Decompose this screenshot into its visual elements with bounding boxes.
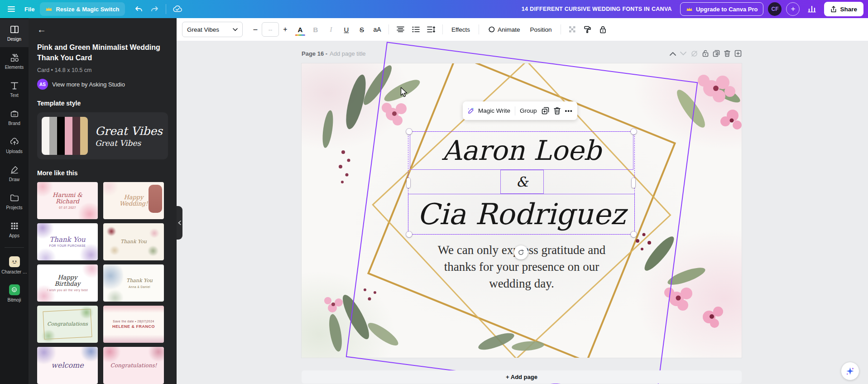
file-menu[interactable]: File bbox=[19, 6, 40, 13]
sidebar-label: Projects bbox=[6, 205, 22, 210]
palette-swatch bbox=[42, 117, 49, 155]
template-thumbnail[interactable]: Happy Birthday I wish you all the very b… bbox=[37, 264, 98, 302]
main-menu-button[interactable] bbox=[4, 1, 19, 17]
magic-write-button[interactable]: Magic Write bbox=[467, 107, 510, 115]
template-thumbnail[interactable]: Happy Wedding! bbox=[103, 182, 164, 219]
group-button[interactable]: Group bbox=[520, 107, 537, 114]
thumb-subtext: FOR YOUR PURCHASE bbox=[49, 244, 86, 247]
template-thumbnail[interactable]: Congratulations bbox=[37, 306, 98, 343]
canva-app: File Resize & Magic Switch 14 DIFFERENT … bbox=[0, 0, 868, 384]
template-style-card[interactable]: Great Vibes Great Vibes bbox=[37, 112, 168, 159]
move-page-down-icon[interactable] bbox=[680, 52, 686, 56]
undo-button[interactable] bbox=[131, 1, 147, 17]
palette-swatch bbox=[49, 117, 57, 155]
position-button[interactable]: Position bbox=[526, 22, 556, 37]
move-page-up-icon[interactable] bbox=[670, 52, 676, 56]
italic-button[interactable]: I bbox=[324, 22, 338, 37]
list-button[interactable] bbox=[409, 22, 422, 37]
template-thumbnail[interactable]: Harumi & Richard 07.07.2027 bbox=[37, 182, 98, 219]
thumb-text: Thank You bbox=[126, 278, 153, 284]
more-options-button[interactable]: ••• bbox=[565, 107, 573, 114]
sparkle-icon bbox=[845, 366, 855, 376]
font-size-value[interactable]: -- bbox=[262, 22, 279, 37]
resize-handle-bottom-right[interactable] bbox=[631, 231, 637, 237]
topbar-divider bbox=[166, 4, 166, 14]
underline-button[interactable]: U bbox=[340, 22, 353, 37]
user-avatar[interactable]: CF bbox=[768, 2, 782, 16]
back-button[interactable]: ← bbox=[37, 24, 46, 35]
animate-button[interactable]: Animate bbox=[484, 22, 524, 37]
spacing-button[interactable] bbox=[424, 22, 438, 37]
template-thumbnail[interactable]: Save the date • 28|07|2024 HELENE & FRAN… bbox=[103, 306, 164, 343]
author-row[interactable]: AS View more by Asking Studio bbox=[37, 79, 168, 90]
rotate-handle[interactable] bbox=[514, 245, 528, 259]
duplicate-page-icon[interactable] bbox=[713, 50, 720, 57]
canva-assistant-button[interactable] bbox=[841, 362, 859, 380]
template-thumbnail[interactable]: Congratulations! bbox=[103, 347, 164, 384]
template-thumbnail[interactable]: Thank You bbox=[103, 223, 164, 260]
add-member-button[interactable]: + bbox=[786, 2, 800, 16]
resize-handle-left[interactable] bbox=[407, 178, 410, 188]
transparency-button[interactable] bbox=[566, 22, 579, 37]
sidebar-item-text[interactable]: Text bbox=[0, 75, 29, 103]
selection-group-outline bbox=[408, 131, 635, 235]
document-title[interactable]: 14 DIFFERENT CURSIVE WEDDING FONTS IN CA… bbox=[522, 6, 672, 12]
share-button[interactable]: Share bbox=[824, 2, 863, 16]
lock-button[interactable] bbox=[596, 22, 610, 37]
sidebar-item-apps[interactable]: Apps bbox=[0, 216, 29, 244]
chevron-left-icon bbox=[178, 221, 181, 225]
thumb-text: HELENE & FRANCO bbox=[112, 324, 155, 329]
effects-button[interactable]: Effects bbox=[447, 22, 474, 37]
context-toolbar: Magic Write Group ••• bbox=[463, 101, 577, 120]
floral-top-left bbox=[321, 63, 422, 183]
thumb-text: Birthday bbox=[55, 281, 81, 287]
resize-handle-right[interactable] bbox=[632, 178, 635, 188]
bold-button[interactable]: B bbox=[309, 22, 322, 37]
delete-button[interactable] bbox=[554, 107, 561, 115]
template-thumbnail[interactable]: Thank You Anna & Daniel bbox=[103, 264, 164, 302]
template-thumbnail[interactable]: Thank You FOR YOUR PURCHASE bbox=[37, 223, 98, 260]
resize-handle-top-left[interactable] bbox=[406, 129, 412, 134]
font-size-increase-button[interactable]: + bbox=[279, 22, 292, 37]
hide-page-icon[interactable] bbox=[691, 50, 698, 57]
panel-collapse-toggle[interactable] bbox=[177, 206, 182, 240]
thumb-subtext: Anna & Daniel bbox=[129, 285, 150, 288]
template-thumbnail[interactable]: welcome bbox=[37, 347, 98, 384]
message-line: thanks for your presence on our bbox=[422, 259, 621, 275]
sidebar-item-uploads[interactable]: Uploads bbox=[0, 131, 29, 159]
author-link[interactable]: View more by Asking Studio bbox=[52, 81, 125, 88]
copy-style-button[interactable] bbox=[581, 22, 595, 37]
sidebar-item-design[interactable]: Design bbox=[0, 19, 29, 47]
sidebar-item-brand[interactable]: co Brand bbox=[0, 103, 29, 131]
sidebar-item-draw[interactable]: Draw bbox=[0, 159, 29, 187]
cloud-save-status[interactable] bbox=[170, 1, 185, 17]
font-family-select[interactable]: Great Vibes bbox=[182, 22, 243, 37]
font-size-decrease-button[interactable]: – bbox=[249, 22, 262, 37]
sidebar-item-bitmoji[interactable]: Bitmoji bbox=[0, 279, 29, 307]
text-case-button[interactable]: aA bbox=[370, 22, 384, 37]
apps-grid-icon bbox=[10, 221, 19, 231]
add-page-button[interactable]: + Add page bbox=[302, 370, 742, 384]
template-suggestions: Harumi & Richard 07.07.2027 Happy Weddin… bbox=[37, 182, 168, 384]
lock-page-icon[interactable] bbox=[702, 50, 709, 57]
author-avatar: AS bbox=[37, 79, 48, 90]
alignment-button[interactable] bbox=[393, 22, 407, 37]
sidebar-item-character[interactable]: Character … bbox=[0, 251, 29, 279]
page-title-input[interactable]: Add page title bbox=[330, 50, 366, 57]
resize-handle-bottom-left[interactable] bbox=[406, 231, 412, 237]
delete-page-icon[interactable] bbox=[724, 50, 730, 57]
duplicate-button[interactable] bbox=[542, 107, 549, 115]
resize-magic-switch-button[interactable]: Resize & Magic Switch bbox=[40, 2, 125, 16]
sidebar-item-projects[interactable]: Projects bbox=[0, 187, 29, 216]
strikethrough-button[interactable]: S bbox=[355, 22, 369, 37]
sidebar-item-elements[interactable]: Elements bbox=[0, 47, 29, 75]
thumb-text: welcome bbox=[51, 362, 84, 369]
add-page-icon[interactable] bbox=[734, 50, 742, 57]
insights-button[interactable] bbox=[804, 1, 820, 17]
resize-handle-top-right[interactable] bbox=[631, 129, 637, 134]
redo-button[interactable] bbox=[147, 1, 162, 17]
text-color-button[interactable]: A bbox=[293, 22, 307, 37]
animate-icon bbox=[488, 26, 495, 33]
magic-write-icon bbox=[467, 107, 475, 115]
upgrade-pro-button[interactable]: Upgrade to Canva Pro bbox=[680, 2, 764, 16]
